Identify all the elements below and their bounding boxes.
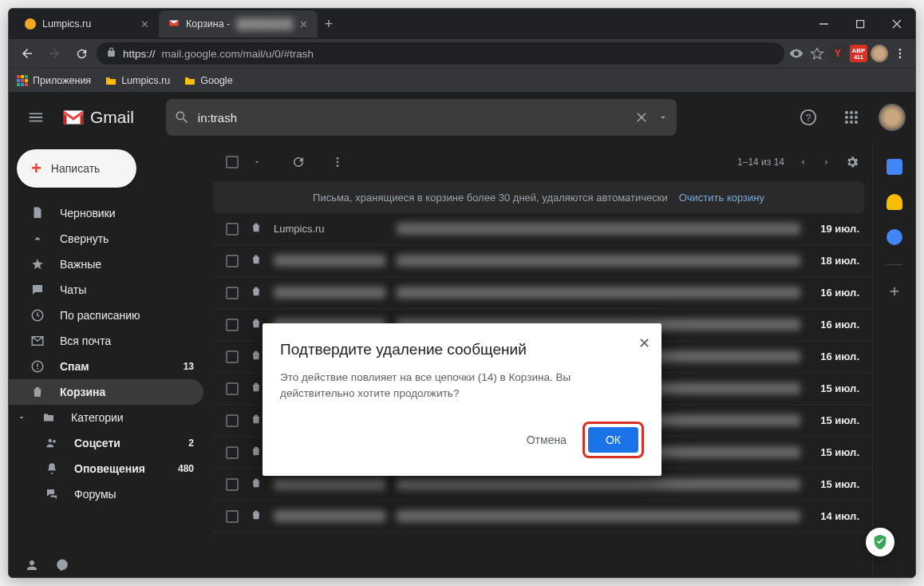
svg-rect-13 <box>17 83 20 86</box>
refresh-icon[interactable] <box>291 155 306 169</box>
cancel-button[interactable]: Отмена <box>517 427 576 453</box>
trash-icon <box>250 221 263 236</box>
sidebar-item-Чаты[interactable]: Чаты <box>9 277 203 303</box>
row-checkbox[interactable] <box>226 350 239 363</box>
gmail-logo[interactable]: Gmail <box>61 108 134 127</box>
tab-lumpics[interactable]: Lumpics.ru ✕ <box>15 10 159 38</box>
mail-subject: ████████████████████████████████████ <box>397 223 800 235</box>
tab-gmail-trash[interactable]: Корзина - ████████ ✕ <box>159 10 318 38</box>
dropdown-icon[interactable] <box>657 112 669 123</box>
menu-button[interactable] <box>18 100 53 135</box>
bookmark-lumpics[interactable]: Lumpics.ru <box>105 75 170 86</box>
row-checkbox[interactable] <box>226 255 239 267</box>
profile-icon[interactable] <box>871 45 888 62</box>
mail-row[interactable]: ████████████████████████████████████████… <box>213 277 872 309</box>
row-checkbox[interactable] <box>226 287 239 299</box>
row-checkbox[interactable] <box>226 382 239 395</box>
sidebar-label: Черновики <box>60 207 116 220</box>
hangouts-icon[interactable] <box>55 558 69 572</box>
svg-rect-14 <box>21 83 24 86</box>
svg-point-24 <box>845 121 848 124</box>
reload-button[interactable] <box>69 42 93 65</box>
search-bar[interactable] <box>166 99 677 136</box>
dialog-close-button[interactable]: ✕ <box>638 335 650 352</box>
help-button[interactable]: ? <box>792 101 824 133</box>
close-window-button[interactable] <box>879 9 915 39</box>
new-tab-button[interactable]: + <box>318 13 340 35</box>
sidebar-item-Оповещения[interactable]: Оповещения480 <box>9 456 203 481</box>
mail-toolbar: 1–14 из 14 <box>213 143 872 181</box>
tasks-icon[interactable] <box>886 229 902 245</box>
ext-badge: 411 <box>854 54 863 60</box>
more-icon[interactable] <box>331 156 344 168</box>
chrome-menu-button[interactable] <box>891 45 909 62</box>
calendar-icon[interactable] <box>886 159 902 175</box>
compose-button[interactable]: + Написать <box>17 149 136 188</box>
sidebar-item-Корзина[interactable]: Корзина <box>9 379 203 405</box>
mail-sender: ████ <box>274 255 385 267</box>
ok-button[interactable]: ОК <box>588 427 638 453</box>
maximize-button[interactable] <box>842 9 879 39</box>
sidebar-label: Оповещения <box>74 462 145 475</box>
add-addon-icon[interactable] <box>887 284 902 299</box>
svg-point-18 <box>845 111 848 114</box>
eye-icon[interactable] <box>788 45 805 62</box>
sidebar-item-Соцсети[interactable]: Соцсети2 <box>9 430 203 456</box>
yandex-icon[interactable]: Y <box>829 45 847 62</box>
prev-page-icon[interactable] <box>797 156 808 168</box>
side-panel <box>872 143 915 577</box>
close-icon[interactable]: ✕ <box>140 18 149 30</box>
address-bar: https://mail.google.com/mail/u/0/#trash … <box>9 39 915 68</box>
account-avatar[interactable] <box>879 104 906 131</box>
apps-bookmark[interactable]: Приложения <box>17 75 91 86</box>
url-scheme: https:// <box>123 48 156 60</box>
select-all-checkbox[interactable] <box>226 156 239 168</box>
row-checkbox[interactable] <box>226 414 239 427</box>
close-icon[interactable]: ✕ <box>299 18 308 30</box>
empty-trash-link[interactable]: Очистить корзину <box>679 192 764 204</box>
forward-button[interactable] <box>42 42 66 65</box>
keep-icon[interactable] <box>886 194 902 210</box>
sidebar-item-По расписанию[interactable]: По расписанию <box>9 303 203 328</box>
adblock-ext-icon[interactable]: ABP411 <box>850 45 867 62</box>
apps-grid-button[interactable] <box>835 101 867 133</box>
url-text: mail.google.com/mail/u/0/#trash <box>162 48 314 60</box>
sidebar-item-Категории[interactable]: Категории <box>9 405 203 430</box>
bookmark-google[interactable]: Google <box>184 75 232 86</box>
sidebar-item-Спам[interactable]: Спам13 <box>9 354 203 379</box>
sidebar-item-Форумы[interactable]: Форумы <box>9 481 203 507</box>
chevron-down-icon[interactable] <box>253 158 261 166</box>
settings-icon[interactable] <box>845 155 859 169</box>
url-input[interactable]: https://mail.google.com/mail/u/0/#trash <box>97 42 784 65</box>
row-checkbox[interactable] <box>226 319 239 331</box>
bookmarks-bar: Приложения Lumpics.ru Google <box>9 68 915 92</box>
svg-rect-12 <box>25 79 28 82</box>
search-input[interactable] <box>198 111 626 125</box>
row-checkbox[interactable] <box>226 223 239 236</box>
minimize-button[interactable] <box>805 9 842 39</box>
star-icon[interactable] <box>808 45 826 62</box>
mail-date: 15 июл. <box>811 446 859 458</box>
mail-subject: ████████████████████████████████████ <box>397 510 800 522</box>
sidebar-item-Вся почта[interactable]: Вся почта <box>9 328 203 354</box>
row-checkbox[interactable] <box>226 510 239 523</box>
tab-strip: Lumpics.ru ✕ Корзина - ████████ ✕ + <box>9 10 805 38</box>
sidebar-item-Свернуть[interactable]: Свернуть <box>9 226 203 251</box>
star-icon <box>30 257 45 271</box>
mail-row[interactable]: ████████████████████████████████████████… <box>213 245 872 277</box>
sidebar-label: Форумы <box>74 488 116 501</box>
banner-text: Письма, хранящиеся в корзине более 30 дн… <box>313 192 668 204</box>
sidebar-item-Важные[interactable]: Важные <box>9 251 203 277</box>
mail-row[interactable]: ████████████████████████████████████████… <box>213 501 872 533</box>
person-icon[interactable] <box>25 558 39 572</box>
clear-icon[interactable] <box>634 109 650 125</box>
back-button[interactable] <box>15 42 39 65</box>
bookmark-label: Приложения <box>33 75 91 86</box>
row-checkbox[interactable] <box>226 478 239 491</box>
row-checkbox[interactable] <box>226 446 239 459</box>
bell-icon <box>44 461 60 476</box>
next-page-icon[interactable] <box>821 156 832 168</box>
sidebar-item-Черновики[interactable]: Черновики <box>9 200 203 226</box>
security-badge[interactable] <box>866 528 894 556</box>
mail-row[interactable]: Lumpics.ru██████████████████████████████… <box>213 213 872 245</box>
